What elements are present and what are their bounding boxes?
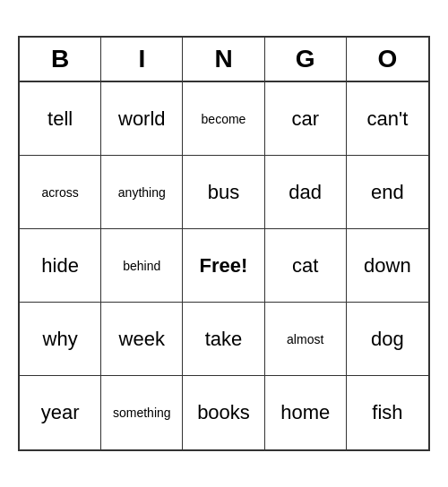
bingo-card: BINGO tellworldbecomecarcan'tacrossanyth… bbox=[18, 36, 430, 451]
header-cell-b: B bbox=[20, 38, 101, 81]
bingo-cell-5[interactable]: across bbox=[20, 156, 101, 229]
bingo-cell-12[interactable]: Free! bbox=[183, 229, 264, 303]
bingo-cell-2[interactable]: become bbox=[183, 82, 264, 156]
bingo-header: BINGO bbox=[20, 38, 428, 82]
bingo-cell-0[interactable]: tell bbox=[20, 82, 101, 156]
bingo-cell-17[interactable]: take bbox=[183, 303, 264, 376]
bingo-cell-6[interactable]: anything bbox=[101, 156, 183, 229]
bingo-cell-11[interactable]: behind bbox=[101, 229, 183, 303]
bingo-cell-13[interactable]: cat bbox=[265, 229, 347, 303]
bingo-cell-7[interactable]: bus bbox=[183, 156, 264, 229]
bingo-cell-8[interactable]: dad bbox=[265, 156, 347, 229]
header-cell-n: N bbox=[183, 38, 264, 81]
bingo-cell-16[interactable]: week bbox=[101, 303, 183, 376]
bingo-cell-18[interactable]: almost bbox=[265, 303, 347, 376]
bingo-cell-10[interactable]: hide bbox=[20, 229, 101, 303]
bingo-cell-4[interactable]: can't bbox=[347, 82, 428, 156]
bingo-cell-20[interactable]: year bbox=[20, 376, 101, 449]
bingo-cell-1[interactable]: world bbox=[101, 82, 183, 156]
header-cell-g: G bbox=[265, 38, 347, 81]
bingo-cell-14[interactable]: down bbox=[347, 229, 428, 303]
bingo-cell-22[interactable]: books bbox=[183, 376, 264, 449]
bingo-cell-15[interactable]: why bbox=[20, 303, 101, 376]
header-cell-o: O bbox=[347, 38, 428, 81]
bingo-cell-19[interactable]: dog bbox=[347, 303, 428, 376]
bingo-cell-21[interactable]: something bbox=[101, 376, 183, 449]
header-cell-i: I bbox=[101, 38, 183, 81]
bingo-cell-3[interactable]: car bbox=[265, 82, 347, 156]
bingo-cell-24[interactable]: fish bbox=[347, 376, 428, 449]
bingo-cell-9[interactable]: end bbox=[347, 156, 428, 229]
bingo-body: tellworldbecomecarcan'tacrossanythingbus… bbox=[20, 82, 428, 449]
bingo-cell-23[interactable]: home bbox=[265, 376, 347, 449]
